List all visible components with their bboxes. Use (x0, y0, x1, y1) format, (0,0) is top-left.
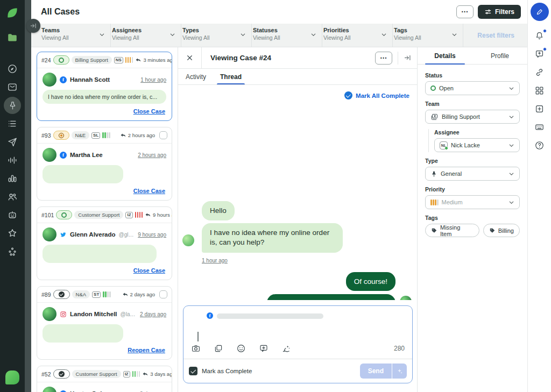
suggestions-icon[interactable] (281, 344, 291, 353)
text-cursor (197, 332, 199, 341)
case-status-pill[interactable] (53, 290, 70, 299)
message-time-link[interactable]: 1 hour ago (140, 77, 166, 83)
message-time-link[interactable]: 9 hours ago (138, 232, 166, 238)
question-circle-icon (534, 140, 545, 151)
outgoing-bubble: What is your confirmation number? (267, 294, 395, 300)
collapse-panel-button[interactable] (398, 52, 412, 65)
sidebar-item-integrations[interactable] (0, 243, 25, 261)
filters-button[interactable]: Filters (478, 5, 521, 19)
assignee-initials-badge: SL (91, 132, 100, 139)
case-card[interactable]: #93 N&E SL 2 hours ago f (37, 127, 172, 201)
case-view-actions: ⋯ (375, 52, 417, 65)
tab-activity[interactable]: Activity (186, 69, 206, 84)
case-status-pill[interactable] (53, 55, 69, 65)
account-avatar[interactable] (0, 368, 25, 387)
case-status-icon (59, 291, 65, 297)
sidebar-item-listening[interactable] (0, 151, 25, 169)
filter-dropdown[interactable]: Teams Viewing All (40, 24, 111, 47)
help-button[interactable] (528, 136, 551, 154)
priority-select-value: Medium (442, 199, 463, 205)
filter-dropdown[interactable]: Priorities Viewing All (322, 24, 393, 47)
compose-button[interactable] (531, 3, 549, 21)
send-button[interactable]: Send (360, 364, 392, 379)
details-panel: Details Profile Status Open Team Billing… (418, 47, 527, 392)
author-name: Landon Mitchell (70, 311, 117, 317)
saved-replies-icon[interactable] (259, 344, 269, 353)
sidebar-item-reviews[interactable] (0, 224, 25, 243)
assignee-select-value: Nick Lacke (451, 142, 480, 148)
priority-bars-icon (103, 291, 111, 297)
filter-dropdown[interactable]: Statuses Viewing All (252, 24, 322, 47)
message-preview-bubble (43, 245, 157, 263)
case-action-link[interactable]: Close Case (133, 188, 165, 194)
case-card[interactable]: #101 Customer Support IZ 9 hours ago (37, 206, 172, 280)
share-link-button[interactable] (528, 63, 551, 81)
case-action-link[interactable]: Close Case (133, 108, 165, 115)
sidebar-item-automation[interactable] (0, 206, 25, 224)
last-reply: 2 hours ago (120, 132, 155, 139)
reset-filters-link[interactable]: Reset filters (477, 32, 527, 39)
filter-dropdown[interactable]: Assignees Viewing All (111, 24, 181, 47)
sidebar-item-reports[interactable] (0, 169, 25, 188)
sidebar-item-folders[interactable] (0, 28, 25, 47)
mark-all-complete[interactable]: Mark All Complete (178, 89, 417, 102)
sprout-logo-icon[interactable] (0, 4, 25, 22)
case-select-checkbox[interactable] (159, 131, 167, 139)
message-time-link[interactable]: 2 hours ago (138, 152, 166, 158)
shortcuts-button[interactable] (528, 118, 551, 136)
case-status-icon (59, 58, 64, 63)
sidebar-item-publishing[interactable] (0, 133, 25, 151)
apps-button[interactable] (528, 81, 551, 99)
tab-profile[interactable]: Profile (472, 47, 527, 64)
reply-arrow-icon (122, 291, 129, 298)
mark-as-complete-checkbox[interactable] (189, 367, 197, 375)
priority-select[interactable]: Medium (425, 195, 520, 209)
asset-library-icon[interactable] (214, 344, 223, 353)
reply-time: 9 hours ago (153, 212, 172, 218)
composer-input-area[interactable]: f (183, 306, 412, 337)
notifications-button[interactable] (528, 26, 551, 45)
case-action-link[interactable]: Reopen Case (128, 347, 165, 353)
tag-pill[interactable]: Missing Item (425, 224, 479, 237)
case-view-tabs: Activity Thread (178, 69, 417, 85)
sidebar-item-audience[interactable] (0, 188, 25, 206)
emoji-icon[interactable] (236, 344, 246, 353)
header-more-button[interactable]: ⋯ (456, 5, 474, 18)
filter-dropdown[interactable]: Tags Viewing All (393, 24, 463, 47)
assignee-select[interactable]: NL Nick Lacke (434, 138, 520, 152)
incoming-time-link[interactable]: 1 hour ago (202, 258, 417, 263)
case-card[interactable]: #52 Customer Support IZ 3 days ago (37, 366, 172, 392)
case-status-icon (59, 133, 64, 138)
case-status-pill[interactable] (56, 210, 72, 219)
tag-pill[interactable]: Billing (483, 224, 520, 237)
case-status-pill[interactable] (53, 369, 70, 379)
sidebar-item-tasks[interactable] (0, 115, 25, 133)
tags-field-label: Tags (425, 215, 520, 221)
case-card[interactable]: #24 Billing Support NS 3 minutes ago (37, 52, 172, 121)
team-select[interactable]: Billing Support (425, 110, 520, 124)
case-view-header: Viewing Case #24 ⋯ (178, 47, 417, 69)
page-header: All Cases ⋯ Filters (31, 0, 527, 24)
sidebar-item-discover[interactable] (0, 60, 25, 78)
case-select-checkbox[interactable] (159, 290, 167, 298)
reply-composer[interactable]: f 280 Mark as Complete Send (183, 305, 413, 383)
case-more-button[interactable]: ⋯ (375, 52, 392, 65)
assignee-initials-badge: IZ (125, 212, 132, 218)
sidebar-item-cases[interactable] (0, 96, 25, 115)
tab-details[interactable]: Details (418, 47, 472, 64)
camera-icon[interactable] (191, 344, 201, 353)
message-time-link[interactable]: 2 days ago (140, 311, 166, 317)
status-select[interactable]: Open (425, 81, 520, 95)
feedback-button[interactable] (528, 45, 551, 63)
sidebar-item-inbox[interactable] (0, 78, 25, 96)
case-status-pill[interactable] (53, 131, 69, 140)
close-case-view-button[interactable] (178, 47, 202, 68)
type-select[interactable]: General (425, 167, 520, 181)
add-new-button[interactable] (528, 99, 551, 118)
send-options-button[interactable] (392, 364, 407, 379)
expand-sidebar-button[interactable] (26, 19, 40, 33)
filter-dropdown[interactable]: Types Viewing All (181, 24, 252, 47)
case-card[interactable]: #89 N&A ST 2 days ago f (37, 286, 172, 360)
case-action-link[interactable]: Close Case (133, 267, 165, 274)
tab-thread[interactable]: Thread (220, 69, 242, 84)
